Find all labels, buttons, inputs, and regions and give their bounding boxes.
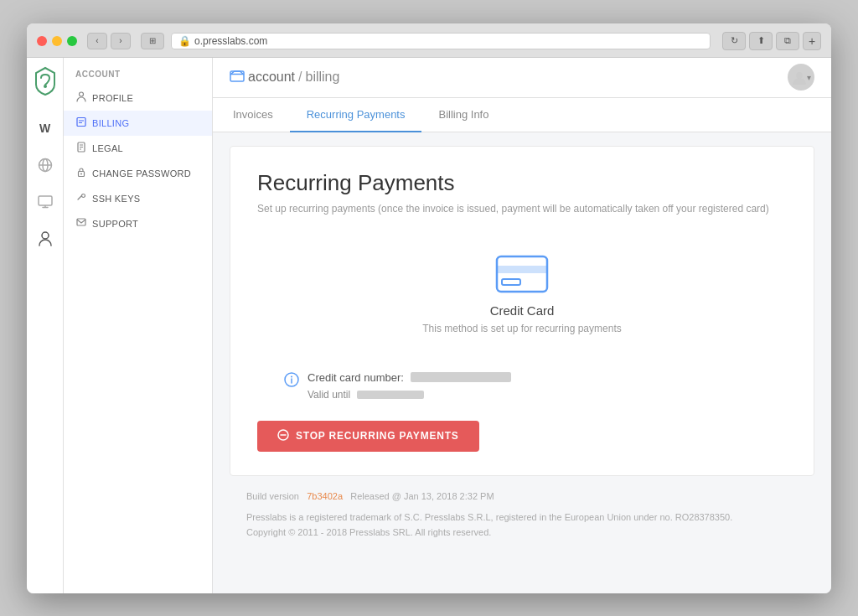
svg-point-18 [82, 194, 85, 197]
stop-icon [277, 429, 289, 443]
avatar-button[interactable]: ▾ [788, 64, 814, 91]
content-area: Recurring Payments Set up recurring paym… [213, 132, 831, 593]
new-tab-button[interactable]: + [803, 32, 821, 50]
back-button[interactable]: ‹ [87, 33, 107, 49]
close-button[interactable] [37, 36, 47, 46]
lock-icon: 🔒 [178, 35, 191, 47]
share-button[interactable]: ⬆ [749, 32, 773, 50]
svg-point-7 [42, 232, 49, 239]
reload-button[interactable]: ↻ [722, 32, 746, 50]
icon-sidebar: W [27, 58, 64, 593]
forward-button[interactable]: › [111, 33, 131, 49]
svg-rect-19 [77, 219, 85, 225]
support-icon [75, 217, 87, 230]
nav-buttons: ‹ › [87, 33, 131, 49]
sidebar-item-change-password-label: Change Password [92, 168, 191, 179]
nav-section-title: Account [64, 70, 212, 85]
breadcrumb-icon [230, 69, 245, 85]
sidebar-item-legal-label: Legal [92, 143, 123, 153]
page-subtitle: Set up recurring payments (once the invo… [257, 203, 787, 215]
main-area: account / billing ▾ Invoices [213, 58, 831, 593]
credit-card-section: Credit Card This method is set up for re… [257, 238, 787, 371]
browser-chrome: ‹ › ⊞ 🔒 o.presslabs.com ↻ ⬆ ⧉ + [27, 23, 831, 58]
sidebar-item-legal[interactable]: Legal [64, 136, 212, 161]
card-number-label: Credit card number: [308, 371, 404, 384]
svg-point-0 [44, 85, 47, 88]
footer: Build version 7b3402a Released @ Jan 13,… [230, 476, 814, 557]
sidebar-item-change-password[interactable]: Change Password [64, 161, 212, 186]
tab-billing-info[interactable]: Billing Info [421, 98, 505, 132]
credit-card-icon [495, 255, 549, 293]
profile-icon [75, 91, 87, 105]
ssh-keys-icon [75, 192, 87, 205]
svg-rect-24 [502, 279, 520, 285]
sidebar-item-profile[interactable]: Profile [64, 85, 212, 111]
footer-build-prefix: Build version [246, 491, 299, 501]
valid-until-row: Valid until [308, 389, 511, 401]
traffic-lights [37, 36, 77, 46]
address-bar[interactable]: 🔒 o.presslabs.com [171, 33, 711, 49]
breadcrumb-account: account [248, 70, 295, 85]
footer-trademark: Presslabs is a registered trademark of S… [246, 510, 798, 525]
main-content: Invoices Recurring Payments Billing Info… [213, 98, 831, 593]
sidebar-item-support-label: Support [92, 219, 138, 229]
card-number-row: Credit card number: [308, 371, 511, 384]
breadcrumb-slash: / [298, 70, 302, 85]
breadcrumb-billing: billing [306, 70, 340, 85]
sidebar-item-billing[interactable]: Billing [64, 111, 212, 136]
svg-rect-23 [497, 266, 547, 273]
svg-rect-9 [77, 117, 85, 126]
card-number-masked [411, 372, 511, 382]
valid-until-masked [357, 391, 424, 399]
app-container: W [27, 58, 831, 593]
sidebar-icon-user[interactable] [34, 227, 57, 251]
top-bar: account / billing ▾ [213, 58, 831, 98]
legal-icon [75, 142, 87, 155]
info-icon [284, 372, 299, 391]
tab-invoices[interactable]: Invoices [216, 98, 290, 132]
url-text: o.presslabs.com [194, 35, 267, 47]
content-card: Recurring Payments Set up recurring paym… [230, 146, 814, 476]
svg-point-8 [80, 92, 84, 96]
footer-build: Build version 7b3402a Released @ Jan 13,… [246, 489, 798, 505]
fullscreen-button[interactable] [67, 36, 77, 46]
page-title: Recurring Payments [257, 170, 787, 196]
sidebar-item-ssh-keys-label: SSH Keys [92, 194, 140, 204]
minimize-button[interactable] [52, 36, 62, 46]
window-size-button[interactable]: ⧉ [776, 32, 799, 50]
tabs-bar: Invoices Recurring Payments Billing Info [213, 98, 831, 132]
sidebar-item-support[interactable]: Support [64, 211, 212, 236]
svg-rect-4 [39, 196, 52, 205]
footer-version: 7b3402a [307, 491, 343, 501]
card-info: Credit card number: Valid until [257, 371, 787, 401]
breadcrumb: account / billing [230, 69, 339, 85]
valid-until-label: Valid until [308, 389, 350, 401]
credit-card-label: Credit Card [490, 303, 555, 318]
sidebar-item-billing-label: Billing [92, 118, 129, 128]
credit-card-desc: This method is set up for recurring paym… [422, 323, 621, 334]
svg-rect-22 [497, 256, 547, 292]
stop-button-label: Stop Recurring Payments [296, 430, 459, 442]
footer-released: Released @ Jan 13, 2018 2:32 PM [350, 491, 494, 501]
sidebar-icon-monitor[interactable] [34, 190, 57, 214]
window-button[interactable]: ⊞ [141, 33, 164, 49]
billing-icon [75, 116, 87, 130]
footer-copyright: Copyright © 2011 - 2018 Presslabs SRL. A… [246, 525, 798, 541]
sidebar-icon-globe[interactable] [34, 153, 57, 177]
nav-sidebar: Account Profile Billing Legal [64, 58, 213, 593]
tab-recurring-payments[interactable]: Recurring Payments [290, 98, 422, 132]
stop-recurring-payments-button[interactable]: Stop Recurring Payments [257, 421, 479, 452]
svg-point-17 [80, 173, 82, 174]
svg-point-27 [291, 375, 292, 377]
svg-point-21 [796, 72, 803, 79]
card-details: Credit card number: Valid until [308, 371, 511, 401]
sidebar-icon-wordpress[interactable]: W [34, 116, 57, 140]
sidebar-item-profile-label: Profile [92, 93, 133, 103]
app-logo[interactable] [33, 66, 58, 100]
change-password-icon [75, 167, 87, 180]
sidebar-item-ssh-keys[interactable]: SSH Keys [64, 186, 212, 211]
